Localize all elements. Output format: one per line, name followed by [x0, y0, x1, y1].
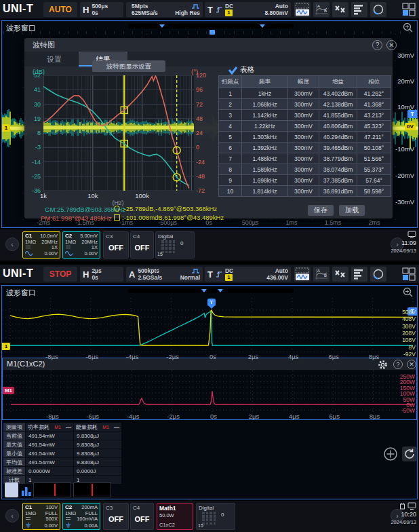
channel-offset: 0.00V — [44, 251, 58, 257]
bode-display-settings-button[interactable]: 波特图显示设置 — [92, 60, 165, 72]
channel-card-c1[interactable]: C110.0mV1MΩ20MHz1X0.00V — [22, 231, 60, 259]
help-icon[interactable]: ? — [372, 40, 382, 50]
tab-settings[interactable]: 设置 — [30, 52, 79, 66]
trigger-block[interactable]: T DC1 Auto8.800mV — [205, 2, 291, 17]
help-icon[interactable]: ? — [393, 360, 403, 369]
sweep-table-row[interactable]: 91.698kHz300mV37.385dBm57.64° — [219, 175, 391, 186]
measure-corner-label: 测量项 — [3, 423, 25, 431]
sweep-table-row[interactable]: 71.488kHz300mV38.779dBm51.566° — [219, 153, 391, 164]
horizontal-scrollbar[interactable] — [128, 288, 294, 293]
phase-tick-label: -24 — [196, 159, 214, 166]
horizontal-block[interactable]: H 500µs0s — [80, 2, 123, 17]
xy-icon[interactable] — [332, 2, 348, 17]
voltage-scale-label: 208V — [393, 330, 416, 337]
edge-icon — [216, 270, 222, 278]
reset-statistics-icon[interactable] — [402, 446, 417, 464]
voltage-scale-label: 8V — [393, 344, 416, 351]
memory-depth: 5Mpts — [132, 3, 158, 10]
zoom-select-icon[interactable] — [294, 2, 311, 17]
acquire-block[interactable]: 5Mpts625MSa/s High Res — [126, 2, 203, 17]
acquire-block[interactable]: A 500kpts2.5GSa/s Normal — [126, 267, 203, 282]
run-state-badge[interactable]: AUTO — [43, 2, 77, 17]
ab-waveform-icon[interactable]: AB — [313, 267, 330, 282]
add-measurement-icon[interactable] — [383, 446, 398, 464]
channel1-position-tag[interactable]: 1 — [2, 343, 10, 350]
trigger-block[interactable]: T DC1 Auto436.00V — [205, 267, 291, 282]
sweep-results-table[interactable]: 扫频点频率幅度增益相位11kHz300mV43.402dBm41.262°21.… — [218, 75, 391, 197]
scrollbar-marker-icon[interactable] — [260, 24, 265, 28]
trigger-level-tag[interactable]: T — [407, 110, 417, 118]
trigger-position-marker[interactable] — [210, 30, 215, 35]
zoom-select-icon[interactable] — [294, 267, 311, 282]
channel-card-c4[interactable]: C4OFF — [130, 503, 154, 530]
channel-card-c1[interactable]: C1100V1MΩFULL500X0.00V — [22, 503, 60, 530]
scrollbar-marker-icon[interactable] — [159, 24, 165, 28]
zoom-magnifier-icon[interactable] — [403, 22, 414, 36]
trigger-coupling: DC — [225, 267, 233, 274]
digital-channels-card[interactable]: Digital015 — [155, 231, 195, 259]
zoom-magnifier-icon[interactable] — [403, 287, 414, 301]
math-channel-card[interactable]: Math150.0WC1xC2 — [157, 503, 193, 530]
load-button[interactable]: 加载 — [339, 205, 365, 216]
sweep-table-row[interactable]: 31.142kHz300mV41.855dBm43.213° — [219, 110, 391, 121]
gear-icon[interactable] — [378, 360, 388, 373]
histogram-icon[interactable] — [21, 484, 32, 500]
acquire-mode: High Res — [175, 10, 200, 16]
sweep-table-row[interactable]: 11kHz300mV43.402dBm41.262° — [219, 88, 391, 99]
sweep-table-row[interactable]: 21.068kHz300mV42.138dBm41.368° — [219, 99, 391, 110]
toolbar-icons: AB — [294, 267, 386, 282]
table-header-cell: 幅度 — [288, 76, 319, 88]
time-scale-label: 2µs — [239, 353, 266, 360]
channel-card-c2[interactable]: C2200mA1MΩFULL100mV/A0.00A — [62, 503, 100, 530]
trigger-position-flag[interactable]: T — [207, 299, 216, 306]
save-button[interactable]: 保存 — [308, 205, 334, 216]
close-icon[interactable]: ✕ — [386, 40, 397, 50]
loop-icon[interactable] — [370, 267, 386, 282]
math-position-tag[interactable]: M1 — [3, 387, 14, 394]
table-cell: 300mV — [288, 175, 319, 186]
close-icon[interactable]: ✕ — [407, 360, 416, 369]
gain-tick-label: -14 — [24, 159, 41, 166]
prev-page-chevron[interactable]: ‹ — [5, 509, 19, 522]
digital-channels-card[interactable]: Digital015 — [196, 503, 235, 530]
phase-tick-label: -48 — [196, 173, 214, 180]
channel-card-c2[interactable]: C25.00mV1MΩ20MHz1X0.00V — [62, 231, 100, 259]
channel-card-c4[interactable]: C4OFF — [130, 231, 154, 259]
table-cell: 6 — [219, 142, 242, 153]
channel-offset: 0.00V — [44, 523, 58, 529]
prev-page-chevron[interactable]: ‹ — [5, 238, 19, 251]
horizontal-block[interactable]: H 2µs0s — [80, 267, 123, 282]
ab-waveform-icon[interactable]: AB — [313, 2, 330, 17]
svg-text:A: A — [317, 269, 320, 273]
trigger-level: 8.800mV — [265, 10, 289, 16]
list-icon[interactable] — [351, 267, 367, 282]
scrollbar-marker-icon[interactable] — [218, 289, 223, 292]
measure-source: M1 — [54, 425, 61, 430]
horizontal-scrollbar[interactable] — [128, 24, 294, 28]
time-scale-label: -6µs — [79, 413, 106, 420]
channel1-position-tag[interactable]: 1 — [2, 124, 10, 132]
measure-column-header[interactable]: 功率损耗M1— — [26, 423, 73, 431]
measure-column-header[interactable]: 能量损耗M1— — [74, 423, 121, 431]
channel-card-c3[interactable]: C3OFF — [103, 231, 129, 259]
sweep-table-row[interactable]: 81.589kHz300mV38.074dBm55.373° — [219, 164, 391, 175]
stats-dialog-icon[interactable] — [5, 482, 18, 497]
table-head: 扫频点频率幅度增益相位 — [219, 76, 391, 88]
list-icon[interactable] — [351, 2, 367, 17]
scrollbar-marker-icon[interactable] — [201, 289, 207, 292]
waveform-viewport: 波形窗口 T T 1 M1(C1xC2) ? ✕ M1 250W200W150W… — [1, 285, 418, 499]
layout-grid-icon[interactable] — [402, 267, 416, 284]
voltage-scale-label: 30mV — [386, 52, 414, 59]
sweep-table-row[interactable]: 101.814kHz300mV36.891dBm58.598° — [219, 186, 391, 197]
channel-card-c3[interactable]: C3OFF — [103, 503, 129, 530]
layout-grid-icon[interactable] — [402, 3, 416, 19]
sweep-table-row[interactable]: 61.392kHz300mV39.465dBm50.108° — [219, 142, 391, 153]
measure-row-label: 平均值 — [3, 458, 25, 466]
run-state-badge[interactable]: STOP — [43, 267, 77, 282]
sweep-table-row[interactable]: 51.303kHz300mV40.294dBm47.211° — [219, 132, 391, 142]
loop-icon[interactable] — [370, 2, 386, 17]
sweep-table-row[interactable]: 41.22kHz300mV40.806dBm45.323° — [219, 121, 391, 132]
edge-icon — [216, 5, 222, 14]
table-checkbox[interactable]: 表格 — [228, 65, 254, 75]
xy-icon[interactable] — [332, 267, 348, 282]
